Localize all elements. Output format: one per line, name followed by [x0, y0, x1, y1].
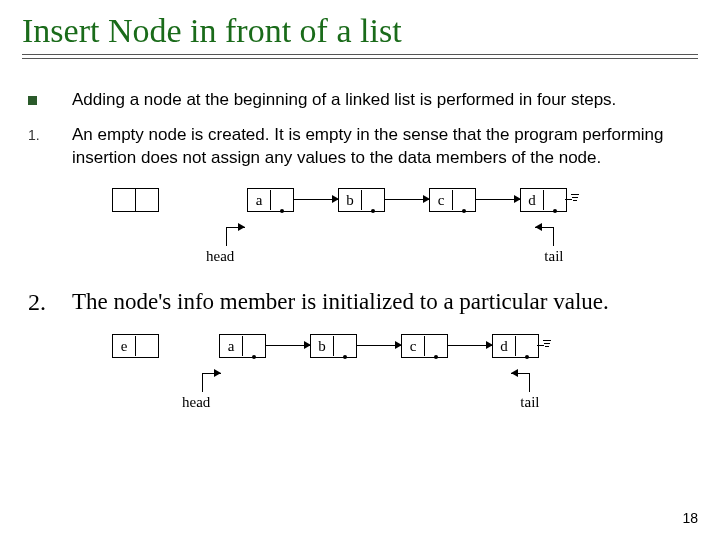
diagram-2: e a b c d head tail: [112, 334, 698, 411]
head-pointer-icon: [208, 224, 244, 252]
arrow-icon: [448, 334, 492, 356]
arrow-icon: [266, 334, 310, 356]
ground-icon: [565, 188, 579, 210]
step1-marker: 1.: [28, 127, 40, 143]
bullet-item: Adding a node at the beginning of a link…: [22, 89, 698, 112]
tail-pointer-icon: [536, 224, 572, 252]
empty-node: [112, 188, 159, 212]
slide-title: Insert Node in front of a list: [22, 12, 698, 50]
list-node: d: [492, 334, 539, 358]
bullet-text-1: Adding a node at the beginning of a link…: [72, 89, 698, 112]
square-bullet-icon: [28, 96, 37, 105]
head-pointer-icon: [184, 370, 220, 398]
list-node: b: [338, 188, 385, 212]
ground-icon: [537, 334, 551, 356]
title-underline: [22, 54, 698, 59]
list-node: c: [401, 334, 448, 358]
list-node: a: [247, 188, 294, 212]
list-node: d: [520, 188, 567, 212]
list-node: b: [310, 334, 357, 358]
diagram-1: a b c d head tail: [112, 188, 698, 265]
new-node: e: [112, 334, 159, 358]
arrow-icon: [294, 188, 338, 210]
tail-pointer-icon: [512, 370, 548, 398]
numbered-item-1: 1. An empty node is created. It is empty…: [22, 124, 698, 170]
page-number: 18: [682, 510, 698, 526]
step1-text: An empty node is created. It is empty in…: [72, 124, 698, 170]
step2-marker: 2.: [28, 289, 46, 315]
list-node: c: [429, 188, 476, 212]
numbered-item-2: 2. The node's info member is initialized…: [22, 289, 698, 316]
list-node: a: [219, 334, 266, 358]
arrow-icon: [357, 334, 401, 356]
arrow-icon: [476, 188, 520, 210]
arrow-icon: [385, 188, 429, 210]
step2-text: The node's info member is initialized to…: [72, 289, 698, 316]
